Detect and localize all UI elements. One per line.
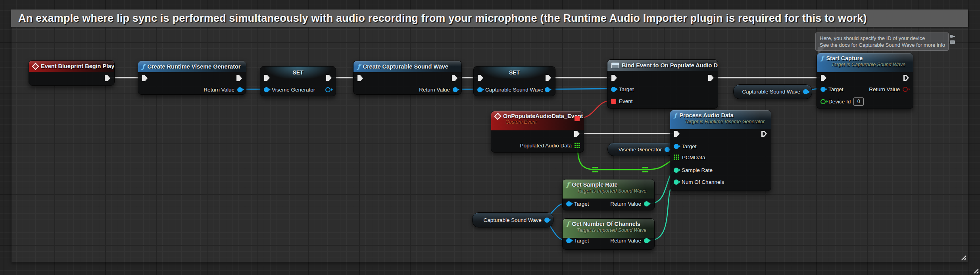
variable-row: Viseme Generator	[264, 86, 315, 93]
target-pin[interactable]	[611, 87, 616, 92]
pin-label: Event	[619, 98, 633, 104]
return-value-pin[interactable]	[903, 87, 908, 92]
node-header: SET	[474, 67, 555, 78]
device-id-row: Device Id 0	[821, 98, 864, 105]
node-title: Create Runtime Viseme Generator	[147, 63, 240, 70]
bubble-line: See the docs for Capturable Sound Wave f…	[820, 42, 944, 48]
return-value-row: Return Value	[204, 86, 242, 93]
variable-out-pin[interactable]	[544, 218, 550, 223]
exec-out-pin[interactable]	[105, 75, 110, 81]
node-title: Get Sample Rate	[572, 181, 617, 188]
return-value-pin[interactable]	[644, 238, 649, 243]
node-header: ƒ Get Number Of Channels Target is Impor…	[563, 219, 654, 238]
device-id-pin[interactable]	[821, 99, 826, 104]
getter-viseme-generator[interactable]: Viseme Generator	[607, 143, 674, 156]
node-set-viseme-generator[interactable]: SET Viseme Generator	[260, 66, 336, 96]
pin-icon[interactable]	[950, 34, 955, 39]
return-value-row: Return Value	[419, 86, 458, 93]
populated-audio-data-row: Populated Audio Data	[520, 142, 580, 149]
pcmdata-pin[interactable]	[674, 155, 679, 160]
function-icon: ƒ	[357, 63, 360, 70]
delegate-out-pin[interactable]	[575, 116, 580, 121]
viseme-generator-in-pin[interactable]	[264, 87, 269, 92]
target-pin[interactable]	[566, 201, 571, 206]
capturable-sound-wave-in-pin[interactable]	[477, 87, 482, 92]
bubble-controls	[950, 34, 955, 44]
return-value-pin[interactable]	[453, 87, 458, 92]
event-icon	[494, 113, 501, 120]
node-subtitle: Target is Capturable Sound Wave	[831, 62, 909, 67]
array-wire-bubble	[642, 167, 648, 172]
variable-out-row	[545, 86, 550, 93]
event-delegate-pin[interactable]	[611, 99, 616, 104]
exec-out-pin[interactable]	[708, 75, 714, 81]
node-get-number-of-channels[interactable]: ƒ Get Number Of Channels Target is Impor…	[562, 218, 655, 250]
sample-rate-row: Sample Rate	[674, 167, 713, 173]
function-icon: ƒ	[821, 55, 823, 62]
node-process-audio-data[interactable]: ƒ Process Audio Data Target is Runtime V…	[670, 110, 771, 191]
exec-in-pin[interactable]	[821, 75, 826, 81]
node-title: Process Audio Data	[679, 112, 733, 118]
node-get-sample-rate[interactable]: ƒ Get Sample Rate Target is Imported Sou…	[562, 179, 655, 210]
exec-out-pin[interactable]	[574, 131, 580, 137]
node-subtitle: Target is Imported Sound Wave	[577, 227, 650, 233]
exec-out-pin[interactable]	[903, 75, 909, 81]
variable-row: Capturable Sound Wave	[477, 86, 544, 93]
node-create-runtime-viseme-generator[interactable]: ƒ Create Runtime Viseme Generator Return…	[138, 61, 246, 95]
getter-capturable-sound-wave-bottom[interactable]: Capturable Sound Wave	[472, 212, 553, 227]
exec-out-pin[interactable]	[452, 75, 457, 81]
num-of-channels-pin[interactable]	[674, 180, 679, 185]
pin-label: Return Value	[869, 86, 900, 92]
blueprint-graph-canvas[interactable]: An example where lip sync is performed s…	[0, 0, 980, 275]
function-icon: ƒ	[567, 181, 569, 188]
pin-label: Num Of Channels	[682, 179, 724, 185]
getter-capturable-sound-wave-top[interactable]: Capturable Sound Wave	[733, 84, 812, 99]
node-title: Start Capture	[826, 55, 863, 61]
exec-in-pin[interactable]	[611, 75, 617, 81]
pin-label: Capturable Sound Wave	[485, 87, 544, 93]
node-bind-event[interactable]: Bind Event to On Populate Audio Data Tar…	[607, 59, 718, 109]
node-set-capturable-sound-wave[interactable]: SET Capturable Sound Wave	[473, 66, 555, 96]
function-icon: ƒ	[567, 220, 569, 227]
node-on-populate-audio-data-event[interactable]: OnPopulateAudioData_Event Custom Event P…	[491, 111, 584, 153]
array-wire-bubble	[592, 167, 598, 172]
node-create-capturable-sound-wave[interactable]: ƒ Create Capturable Sound Wave Return Va…	[353, 61, 462, 95]
pin-label: PCMData	[682, 155, 705, 160]
capturable-sound-wave-out-pin[interactable]	[545, 87, 550, 92]
node-title: Bind Event to On Populate Audio Data	[622, 62, 718, 69]
exec-in-pin[interactable]	[142, 75, 148, 81]
return-value-pin[interactable]	[644, 201, 649, 206]
node-header: OnPopulateAudioData_Event Custom Event	[491, 111, 584, 130]
exec-out-pin[interactable]	[761, 131, 767, 137]
num-of-channels-row: Num Of Channels	[674, 179, 724, 185]
target-pin[interactable]	[674, 144, 679, 149]
exec-in-pin[interactable]	[674, 131, 680, 137]
pin-label: Target	[574, 238, 589, 244]
variable-label: Capturable Sound Wave	[483, 217, 542, 223]
node-header: Event Blueprint Begin Play	[29, 61, 114, 72]
node-header: ƒ Create Capturable Sound Wave	[354, 61, 461, 72]
return-value-row: Return Value	[610, 201, 649, 207]
variable-out-pin[interactable]	[665, 147, 670, 152]
return-value-pin[interactable]	[237, 87, 242, 92]
variable-label: Viseme Generator	[619, 147, 662, 153]
event-icon	[32, 63, 39, 70]
sample-rate-pin[interactable]	[674, 168, 679, 173]
target-pin[interactable]	[566, 238, 571, 243]
node-event-begin-play[interactable]: Event Blueprint Begin Play	[29, 60, 115, 86]
populated-audio-data-pin[interactable]	[575, 143, 580, 148]
speech-bubble-icon[interactable]	[950, 40, 955, 44]
target-row: Target	[566, 237, 589, 244]
device-id-input[interactable]: 0	[853, 97, 864, 106]
viseme-generator-out-pin[interactable]	[325, 87, 331, 92]
exec-out-pin[interactable]	[236, 75, 242, 81]
pin-label: Sample Rate	[682, 167, 713, 173]
node-title: Get Number Of Channels	[572, 221, 640, 227]
target-pin[interactable]	[821, 87, 826, 92]
pin-label: Target	[682, 143, 697, 149]
node-start-capture[interactable]: ƒ Start Capture Target is Capturable Sou…	[817, 53, 913, 109]
variable-out-pin[interactable]	[803, 89, 808, 94]
node-title: SET	[509, 69, 520, 76]
exec-in-pin[interactable]	[357, 75, 363, 81]
pin-label: Target	[828, 86, 844, 92]
